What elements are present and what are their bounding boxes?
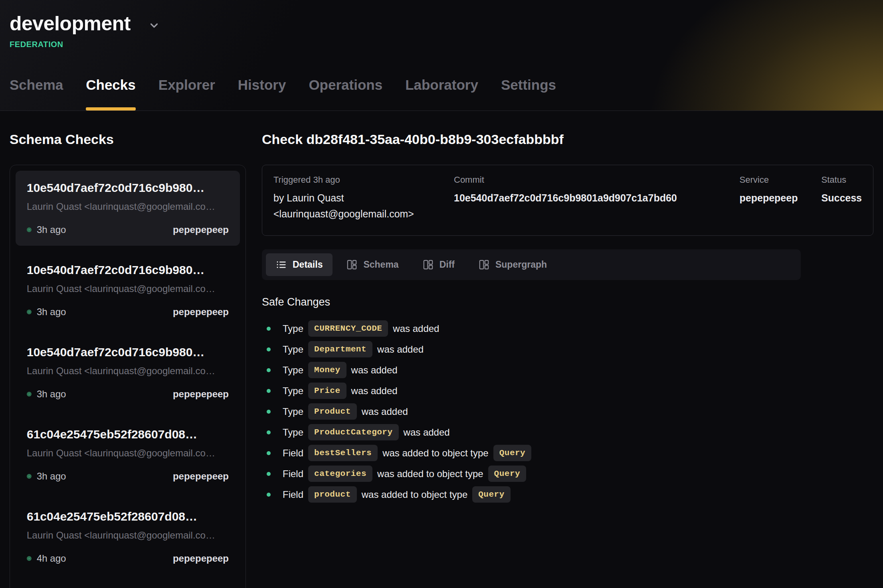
nav-tab-laboratory[interactable]: Laboratory — [405, 77, 478, 110]
change-suffix: was added — [404, 427, 450, 438]
check-time: 3h ago — [37, 306, 66, 318]
change-item: Field bestSellers was added to object ty… — [267, 445, 873, 461]
meta-triggered-label: Triggered 3h ago — [273, 175, 454, 185]
nav-tab-explorer[interactable]: Explorer — [158, 77, 215, 110]
change-item: Type ProductCategory was added — [267, 424, 873, 440]
check-footer: 4h ago pepepepeep — [27, 553, 229, 564]
bullet-icon — [267, 327, 271, 331]
main-nav: Schema Checks Explorer History Operation… — [10, 77, 873, 110]
view-tab-diff[interactable]: Diff — [413, 253, 465, 276]
meta-service-label: Service — [740, 175, 822, 185]
check-hash: 10e540d7aef72c0d716c9b980… — [27, 345, 229, 359]
sidebar: Schema Checks 10e540d7aef72c0d716c9b980…… — [10, 111, 246, 588]
view-tab-details[interactable]: Details — [266, 253, 333, 276]
check-hash: 61c04e25475eb52f28607d08… — [27, 510, 229, 523]
code-chip: Product — [308, 403, 357, 420]
check-list-item[interactable]: 10e540d7aef72c0d716c9b980… Laurin Quast … — [16, 335, 240, 410]
meta-service-value: pepepepeep — [740, 190, 822, 206]
change-prefix: Type — [283, 323, 303, 334]
status-dot-icon — [27, 556, 32, 561]
change-suffix: was added to object type — [382, 448, 489, 459]
columns-icon — [479, 259, 489, 270]
header: development FEDERATION Schema Checks Exp… — [0, 0, 883, 111]
change-prefix: Field — [283, 489, 303, 500]
check-list-item[interactable]: 61c04e25475eb52f28607d08… Laurin Quast <… — [16, 417, 240, 492]
check-time: 3h ago — [37, 389, 66, 400]
check-time: 3h ago — [37, 224, 66, 235]
check-list-item[interactable]: 61c04e25475eb52f28607d08… Laurin Quast <… — [16, 499, 240, 574]
sidebar-title: Schema Checks — [10, 132, 246, 147]
status-dot-icon — [27, 227, 32, 232]
change-suffix: was added — [377, 344, 424, 355]
code-chip: bestSellers — [308, 445, 378, 461]
code-chip: categories — [308, 466, 372, 482]
check-author: Laurin Quast <laurinquast@googlemail.co… — [27, 201, 229, 212]
check-author: Laurin Quast <laurinquast@googlemail.co… — [27, 365, 229, 377]
check-hash: 10e540d7aef72c0d716c9b980… — [27, 181, 229, 195]
meta-triggered-email: <laurinquast@googlemail.com> — [273, 206, 454, 222]
code-chip: Query — [493, 445, 532, 461]
checks-panel: 10e540d7aef72c0d716c9b980… Laurin Quast … — [10, 165, 246, 588]
check-time: 4h ago — [37, 553, 66, 564]
change-suffix: was added — [351, 385, 398, 397]
code-chip: product — [308, 486, 357, 503]
project-switcher[interactable]: development — [10, 12, 873, 35]
change-item: Type Money was added — [267, 362, 873, 378]
check-list-item[interactable]: 10e540d7aef72c0d716c9b980… Laurin Quast … — [16, 253, 240, 328]
view-tab-label: Schema — [363, 259, 398, 270]
project-type-badge: FEDERATION — [10, 40, 873, 49]
code-chip: Query — [488, 466, 527, 482]
check-author: Laurin Quast <laurinquast@googlemail.co… — [27, 530, 229, 541]
view-tab-label: Supergraph — [495, 259, 547, 270]
check-author: Laurin Quast <laurinquast@googlemail.co… — [27, 283, 229, 294]
view-tab-supergraph[interactable]: Supergraph — [469, 253, 557, 276]
check-time: 3h ago — [37, 471, 66, 482]
meta-commit-label: Commit — [454, 175, 740, 185]
meta-triggered: Triggered 3h ago by Laurin Quast <laurin… — [273, 175, 454, 222]
code-chip: CURRENCY_CODE — [308, 320, 388, 337]
check-list-item[interactable]: 10e540d7aef72c0d716c9b980… Laurin Quast … — [16, 171, 240, 246]
change-item: Field categories was added to object typ… — [267, 466, 873, 482]
status-dot-icon — [27, 310, 32, 314]
content: Schema Checks 10e540d7aef72c0d716c9b980…… — [0, 111, 883, 588]
change-prefix: Type — [283, 365, 303, 376]
bullet-icon — [267, 389, 271, 393]
view-tab-schema[interactable]: Schema — [337, 253, 408, 276]
nav-tab-history[interactable]: History — [238, 77, 286, 110]
check-footer: 3h ago pepepepeep — [27, 306, 229, 318]
view-tab-label: Diff — [440, 259, 455, 270]
nav-tab-settings[interactable]: Settings — [501, 77, 556, 110]
bullet-icon — [267, 347, 271, 351]
nav-tab-schema[interactable]: Schema — [10, 77, 63, 110]
change-prefix: Type — [283, 406, 303, 417]
check-footer: 3h ago pepepepeep — [27, 389, 229, 400]
status-dot-icon — [27, 392, 32, 397]
check-service: pepepepeep — [173, 224, 229, 235]
change-item: Type Department was added — [267, 341, 873, 357]
meta-service: Service pepepepeep — [740, 175, 822, 222]
chevron-down-icon[interactable] — [148, 20, 160, 32]
bullet-icon — [267, 451, 271, 455]
code-chip: Price — [308, 383, 346, 399]
check-service: pepepepeep — [173, 471, 229, 482]
meta-status: Status Success — [822, 175, 862, 222]
view-tabs: Details Schema — [262, 249, 801, 280]
columns-icon — [423, 259, 434, 270]
change-suffix: was added — [351, 365, 398, 376]
nav-tab-checks[interactable]: Checks — [86, 77, 136, 110]
change-item: Type Price was added — [267, 383, 873, 399]
bullet-icon — [267, 493, 271, 497]
change-item: Type Product was added — [267, 403, 873, 420]
check-hash: 61c04e25475eb52f28607d08… — [27, 428, 229, 441]
nav-tab-operations[interactable]: Operations — [309, 77, 382, 110]
code-chip: Money — [308, 362, 346, 378]
bullet-icon — [267, 410, 271, 414]
list-icon — [276, 259, 287, 270]
code-chip: Department — [308, 341, 372, 357]
change-prefix: Field — [283, 468, 303, 479]
meta-triggered-by: by Laurin Quast — [273, 190, 454, 206]
meta-status-label: Status — [822, 175, 862, 185]
check-service: pepepepeep — [173, 389, 229, 400]
change-suffix: was added to object type — [362, 489, 468, 500]
check-footer: 3h ago pepepepeep — [27, 471, 229, 482]
